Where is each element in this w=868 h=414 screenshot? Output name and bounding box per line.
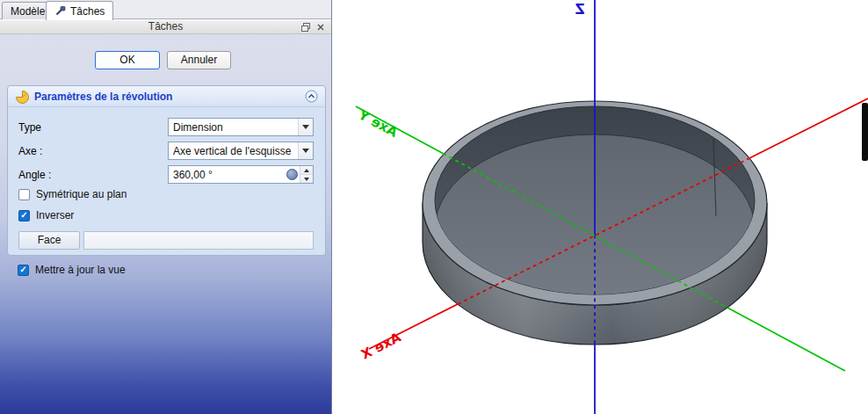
panel-titlebar: Tâches (0, 20, 331, 34)
type-select[interactable]: Dimension (168, 118, 314, 136)
axis-label-z: Z (575, 2, 584, 18)
update-view-checkbox-box[interactable]: ✓ (18, 265, 29, 276)
angle-value: 360,00 ° (169, 169, 286, 181)
revolution-parameters-groupbox: Paramètres de la révolution Type Dimensi… (7, 85, 326, 256)
reversed-checkbox[interactable]: ✓ Inverser (18, 209, 74, 222)
edge-widget-sliver (862, 103, 868, 161)
groupbox-header[interactable]: Paramètres de la révolution (8, 86, 325, 107)
dropdown-arrow-icon (298, 142, 313, 159)
angle-label: Angle : (18, 169, 51, 181)
reversed-checkbox-label: Inverser (36, 209, 74, 222)
face-button[interactable]: Face (18, 231, 80, 250)
reversed-checkbox-box[interactable]: ✓ (18, 210, 30, 222)
3d-viewport[interactable]: Axe X Axe Y Z (332, 0, 868, 414)
cancel-button[interactable]: Annuler (167, 51, 231, 69)
spin-up-button[interactable] (300, 166, 313, 175)
task-panel: Modèle Tâches Tâches (0, 0, 332, 414)
dropdown-arrow-icon (298, 119, 313, 135)
spin-down-button[interactable] (300, 175, 313, 183)
axis-select[interactable]: Axe vertical de l'esquisse (168, 142, 314, 160)
spin-buttons (300, 166, 313, 183)
panel-title: Tâches (148, 20, 183, 33)
symmetric-checkbox-box[interactable] (18, 189, 30, 200)
3d-scene: Axe X Axe Y Z (332, 0, 868, 414)
tab-model-label: Modèle (11, 5, 45, 18)
revolve-icon (15, 90, 29, 104)
collapse-button[interactable] (305, 90, 318, 103)
symmetric-checkbox[interactable]: Symétrique au plan (18, 188, 127, 200)
tasks-tool-icon (54, 5, 66, 17)
axis-label-y: Axe Y (355, 106, 400, 141)
task-panel-body: OK Annuler Paramètres de la révolution (0, 34, 331, 414)
expression-icon[interactable] (286, 169, 298, 180)
axis-label-x: Axe X (358, 330, 404, 363)
float-panel-icon[interactable] (300, 21, 312, 33)
axis-value: Axe vertical de l'esquisse (169, 145, 298, 157)
update-view-checkbox[interactable]: ✓ Mettre à jour la vue (18, 264, 126, 276)
close-panel-icon[interactable] (315, 21, 327, 33)
axis-label: Axe : (18, 145, 42, 157)
angle-spinbox[interactable]: 360,00 ° (168, 165, 314, 184)
type-label: Type (18, 121, 41, 134)
type-value: Dimension (169, 121, 298, 134)
ok-button[interactable]: OK (95, 51, 160, 69)
tab-tasks-label: Tâches (70, 5, 105, 18)
tab-tasks[interactable]: Tâches (46, 1, 113, 20)
symmetric-checkbox-label: Symétrique au plan (36, 188, 127, 200)
groupbox-title: Paramètres de la révolution (34, 91, 300, 103)
face-input[interactable] (83, 231, 314, 250)
update-view-checkbox-label: Mettre à jour la vue (35, 264, 126, 276)
panel-tabbar: Modèle Tâches (0, 0, 331, 19)
freecad-window: Modèle Tâches Tâches (0, 0, 868, 414)
